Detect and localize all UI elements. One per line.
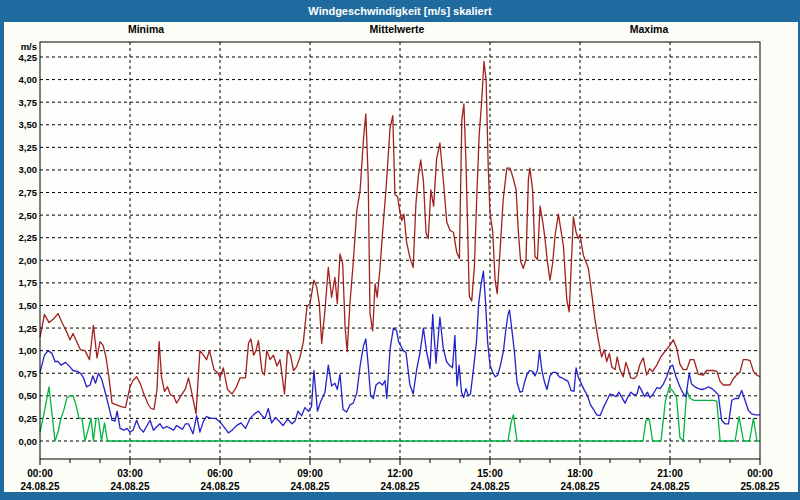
window-bottom-border <box>0 492 800 500</box>
svg-text:0,50: 0,50 <box>19 390 38 401</box>
svg-text:00:00: 00:00 <box>27 468 53 479</box>
svg-text:09:00: 09:00 <box>297 468 323 479</box>
svg-text:21:00: 21:00 <box>657 468 683 479</box>
svg-text:24.08.25: 24.08.25 <box>471 481 510 492</box>
svg-text:3,00: 3,00 <box>19 164 38 175</box>
svg-text:3,25: 3,25 <box>19 142 38 153</box>
svg-text:0,00: 0,00 <box>19 436 38 447</box>
svg-text:24.08.25: 24.08.25 <box>561 481 600 492</box>
svg-text:24.08.25: 24.08.25 <box>381 481 420 492</box>
svg-text:2,25: 2,25 <box>19 232 38 243</box>
svg-text:24.08.25: 24.08.25 <box>21 481 60 492</box>
svg-text:1,50: 1,50 <box>19 300 38 311</box>
svg-text:24.08.25: 24.08.25 <box>291 481 330 492</box>
svg-text:4,25: 4,25 <box>19 52 38 63</box>
svg-text:18:00: 18:00 <box>567 468 593 479</box>
svg-text:1,75: 1,75 <box>19 277 38 288</box>
svg-text:1,25: 1,25 <box>19 323 38 334</box>
app-window: 0,000,250,500,751,001,251,501,752,002,25… <box>0 0 800 500</box>
svg-text:3,50: 3,50 <box>19 119 38 130</box>
svg-text:2,00: 2,00 <box>19 255 38 266</box>
svg-text:24.08.25: 24.08.25 <box>651 481 690 492</box>
svg-text:06:00: 06:00 <box>207 468 233 479</box>
legend-mittelwerte: Mittelwerte <box>370 23 425 35</box>
svg-text:1,00: 1,00 <box>19 345 38 356</box>
svg-text:3,75: 3,75 <box>19 97 38 108</box>
svg-text:2,50: 2,50 <box>19 210 38 221</box>
svg-text:2,75: 2,75 <box>19 187 38 198</box>
svg-text:4,00: 4,00 <box>19 74 38 85</box>
svg-text:12:00: 12:00 <box>387 468 413 479</box>
svg-text:0,75: 0,75 <box>19 368 38 379</box>
svg-text:m/s: m/s <box>21 41 37 52</box>
svg-text:03:00: 03:00 <box>117 468 143 479</box>
window-titlebar: Windgeschwindigkeit [m/s] skaliert <box>0 0 800 22</box>
window-left-border <box>0 22 4 500</box>
legend-maxima: Maxima <box>630 23 669 35</box>
wind-speed-chart: 0,000,250,500,751,001,251,501,752,002,25… <box>0 0 800 500</box>
svg-text:25.08.25: 25.08.25 <box>741 481 780 492</box>
svg-text:15:00: 15:00 <box>477 468 503 479</box>
svg-text:24.08.25: 24.08.25 <box>201 481 240 492</box>
svg-text:00:00: 00:00 <box>747 468 773 479</box>
svg-text:0,25: 0,25 <box>19 413 38 424</box>
page-title: Windgeschwindigkeit [m/s] skaliert <box>308 5 491 17</box>
legend-minima: Minima <box>128 23 164 35</box>
svg-text:24.08.25: 24.08.25 <box>111 481 150 492</box>
